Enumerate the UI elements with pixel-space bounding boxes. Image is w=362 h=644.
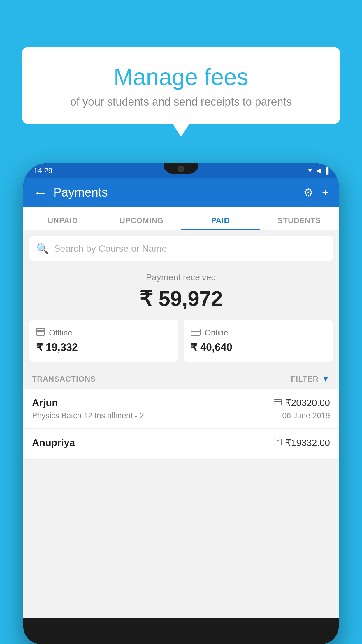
filter-label: FILTER <box>291 374 319 384</box>
payment-summary: Payment received ₹ 59,972 <box>23 261 339 320</box>
cash-payment-icon: ₹ <box>274 438 282 447</box>
search-placeholder: Search by Course or Name <box>54 243 167 254</box>
tabs-bar: UNPAID UPCOMING PAID STUDENTS <box>23 207 339 230</box>
app-header: ← Payments ⚙ + <box>23 178 339 207</box>
online-card-header: Online <box>191 328 326 338</box>
svg-rect-1 <box>36 330 45 332</box>
offline-amount: ₹ 19,332 <box>36 341 171 354</box>
app-content: 🔍 Search by Course or Name Payment recei… <box>23 230 339 618</box>
transactions-header: TRANSACTIONS FILTER ▼ <box>23 369 339 389</box>
online-icon <box>191 328 201 338</box>
wifi-icon: ▼ <box>307 167 313 174</box>
svg-rect-5 <box>274 401 282 402</box>
card-payment-icon <box>274 398 282 407</box>
transaction-top: Anupriya ₹ ₹19332.00 <box>32 437 330 448</box>
transaction-amount-wrap: ₹ ₹19332.00 <box>274 437 330 448</box>
bubble-subtitle: of your students and send receipts to pa… <box>34 96 328 108</box>
status-time: 14:29 <box>34 166 52 175</box>
tab-upcoming[interactable]: UPCOMING <box>102 216 181 230</box>
transactions-label: TRANSACTIONS <box>32 374 96 384</box>
transaction-bottom: Physics Batch 12 Installment - 2 06 June… <box>32 411 330 420</box>
transaction-name: Arjun <box>32 397 58 408</box>
transaction-top: Arjun ₹20320.00 <box>32 397 330 408</box>
header-icons: ⚙ + <box>303 186 328 199</box>
tab-students[interactable]: STUDENTS <box>260 216 339 230</box>
back-button[interactable]: ← <box>34 185 48 201</box>
notch-camera <box>178 166 184 172</box>
phone-frame: 14:29 ▼ ◀ ▐ ← Payments ⚙ + UNPAID UPCOMI… <box>23 163 339 644</box>
search-bar[interactable]: 🔍 Search by Course or Name <box>29 236 333 261</box>
filter-button[interactable]: FILTER ▼ <box>291 374 330 384</box>
transaction-amount: ₹20320.00 <box>285 397 330 408</box>
battery-icon: ▐ <box>324 167 328 174</box>
online-label: Online <box>205 328 228 337</box>
svg-rect-3 <box>191 331 200 332</box>
settings-icon[interactable]: ⚙ <box>303 186 313 199</box>
phone-notch <box>164 163 198 174</box>
filter-icon: ▼ <box>321 374 330 384</box>
transaction-amount-wrap: ₹20320.00 <box>274 397 330 408</box>
transaction-date: 06 June 2019 <box>282 411 330 420</box>
search-icon: 🔍 <box>36 243 49 254</box>
transaction-course: Physics Batch 12 Installment - 2 <box>32 411 144 420</box>
payment-cards: Offline ₹ 19,332 Online ₹ 40,640 <box>23 320 339 369</box>
offline-icon <box>36 328 45 338</box>
svg-rect-0 <box>36 328 45 335</box>
transaction-row[interactable]: Arjun ₹20320.00 Physics Batch 12 Install… <box>23 389 339 429</box>
signal-icon: ◀ <box>316 167 321 174</box>
payment-received-label: Payment received <box>29 272 333 282</box>
tab-unpaid[interactable]: UNPAID <box>23 216 102 230</box>
transaction-row[interactable]: Anupriya ₹ ₹19332.00 <box>23 429 339 460</box>
svg-text:₹: ₹ <box>277 440 279 444</box>
offline-card: Offline ₹ 19,332 <box>29 320 178 362</box>
bubble-title: Manage fees <box>34 64 328 90</box>
transaction-name: Anupriya <box>32 437 75 448</box>
online-amount: ₹ 40,640 <box>191 341 326 354</box>
speech-bubble: Manage fees of your students and send re… <box>22 47 340 124</box>
payment-total-amount: ₹ 59,972 <box>29 286 333 311</box>
page-title: Payments <box>53 186 303 200</box>
offline-card-header: Offline <box>36 328 171 338</box>
transaction-amount: ₹19332.00 <box>285 437 330 448</box>
add-icon[interactable]: + <box>322 186 328 199</box>
tab-paid[interactable]: PAID <box>181 216 260 230</box>
status-bar: 14:29 ▼ ◀ ▐ <box>23 163 339 178</box>
online-card: Online ₹ 40,640 <box>184 320 333 362</box>
offline-label: Offline <box>49 328 72 337</box>
status-icons: ▼ ◀ ▐ <box>307 167 328 174</box>
